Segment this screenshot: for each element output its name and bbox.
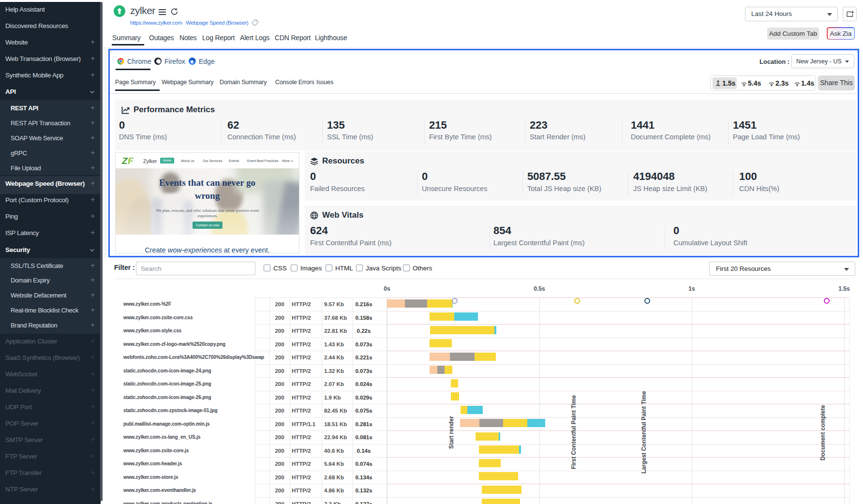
svg-text:F: F (128, 156, 134, 165)
